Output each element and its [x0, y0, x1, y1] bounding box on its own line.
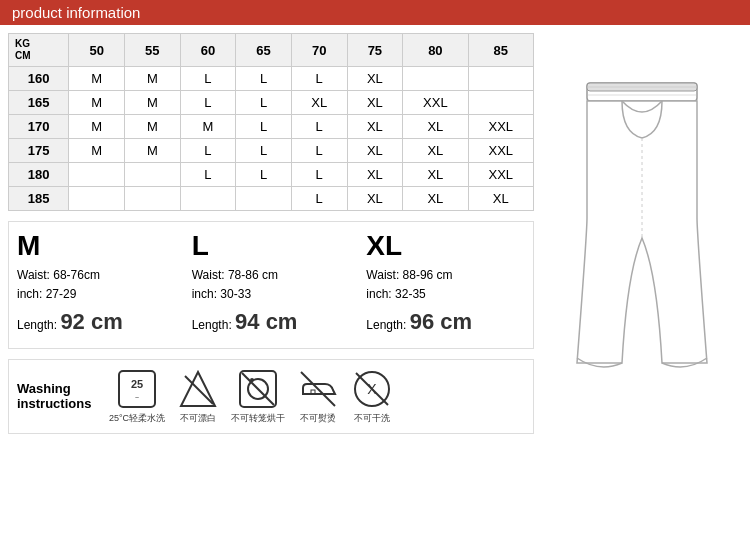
table-cell: XL	[291, 91, 347, 115]
table-header-60: 60	[180, 34, 236, 67]
size-block-xl: XL Waist: 88-96 cm inch: 32-35 Length: 9…	[366, 230, 525, 340]
table-cell: XL	[347, 163, 403, 187]
table-cell: XL	[347, 67, 403, 91]
table-cell: XL	[403, 139, 468, 163]
table-cell: XXL	[468, 139, 533, 163]
wash-icon-no-iron: 不可熨烫	[297, 368, 339, 425]
size-detail-xl: Waist: 88-96 cm inch: 32-35 Length: 96 c…	[366, 266, 525, 340]
pants-illustration	[557, 73, 727, 393]
table-cell: XL	[347, 139, 403, 163]
table-cell: M	[69, 139, 125, 163]
svg-text:25: 25	[131, 378, 143, 390]
table-cell	[180, 187, 236, 211]
table-cell: XXL	[468, 163, 533, 187]
table-cell	[468, 91, 533, 115]
table-header-85: 85	[468, 34, 533, 67]
size-block-l: L Waist: 78-86 cm inch: 30-33 Length: 94…	[192, 230, 351, 340]
size-detail-m: Waist: 68-76cm inch: 27-29 Length: 92 cm	[17, 266, 176, 340]
table-row: 180LLLXLXLXXL	[9, 163, 534, 187]
table-cell: XXL	[403, 91, 468, 115]
no-dryclean-icon: X	[351, 368, 393, 410]
l-waist-inch: 30-33	[220, 287, 251, 301]
table-cell: L	[236, 91, 292, 115]
table-cell: M	[180, 115, 236, 139]
size-info-section: M Waist: 68-76cm inch: 27-29 Length: 92 …	[8, 221, 534, 349]
table-cell	[468, 67, 533, 91]
size-label-xl: XL	[366, 230, 525, 262]
table-cell: XL	[347, 91, 403, 115]
size-detail-l: Waist: 78-86 cm inch: 30-33 Length: 94 c…	[192, 266, 351, 340]
table-cell: L	[291, 187, 347, 211]
table-row: 160MMLLLXL	[9, 67, 534, 91]
table-row: 175MMLLLXLXLXXL	[9, 139, 534, 163]
right-section	[542, 33, 742, 434]
washing-icons: 25 ~ 25°C轻柔水洗 不可漂白	[109, 368, 393, 425]
l-length: 94 cm	[235, 309, 297, 334]
table-cell: L	[236, 139, 292, 163]
row-height-185: 185	[9, 187, 69, 211]
table-header-50: 50	[69, 34, 125, 67]
m-waist-inch: 27-29	[46, 287, 77, 301]
no-dryclean-label: 不可干洗	[354, 412, 390, 425]
table-cell: L	[291, 163, 347, 187]
table-cell: L	[236, 67, 292, 91]
wash-25-label: 25°C轻柔水洗	[109, 412, 165, 425]
left-section: KGCM5055606570758085160MMLLLXL165MMLLXLX…	[8, 33, 534, 434]
page-title: product information	[12, 4, 140, 21]
table-cell: XL	[468, 187, 533, 211]
table-cell	[236, 187, 292, 211]
table-cell: L	[180, 67, 236, 91]
svg-line-13	[356, 373, 388, 405]
table-header-70: 70	[291, 34, 347, 67]
size-label-l: L	[192, 230, 351, 262]
row-height-175: 175	[9, 139, 69, 163]
wash-icon-no-bleach: 不可漂白	[177, 368, 219, 425]
washing-section: Washinginstructions 25 ~ 25°C轻柔水洗	[8, 359, 534, 434]
wash-25-icon: 25 ~	[116, 368, 158, 410]
wash-icon-25: 25 ~ 25°C轻柔水洗	[109, 368, 165, 425]
table-cell: L	[291, 139, 347, 163]
table-row: 165MMLLXLXLXXL	[9, 91, 534, 115]
table-cell: L	[291, 67, 347, 91]
size-label-m: M	[17, 230, 176, 262]
table-header-80: 80	[403, 34, 468, 67]
table-cell: M	[124, 139, 180, 163]
xl-waist-cm: 88-96 cm	[403, 268, 453, 282]
no-bleach-icon	[177, 368, 219, 410]
table-cell: XXL	[468, 115, 533, 139]
row-height-160: 160	[9, 67, 69, 91]
table-header-kgcm: KGCM	[9, 34, 69, 67]
table-row: 185LXLXLXL	[9, 187, 534, 211]
table-cell: XL	[347, 187, 403, 211]
table-header-65: 65	[236, 34, 292, 67]
no-bleach-label: 不可漂白	[180, 412, 216, 425]
svg-line-8	[242, 373, 274, 405]
header: product information	[0, 0, 750, 25]
row-height-180: 180	[9, 163, 69, 187]
no-tumble-label: 不可转笼烘干	[231, 412, 285, 425]
xl-length: 96 cm	[410, 309, 472, 334]
table-cell: XL	[403, 115, 468, 139]
table-cell: M	[124, 91, 180, 115]
table-cell: L	[180, 91, 236, 115]
table-cell: M	[69, 115, 125, 139]
table-header-75: 75	[347, 34, 403, 67]
row-height-170: 170	[9, 115, 69, 139]
wash-icon-no-dryclean: X 不可干洗	[351, 368, 393, 425]
table-cell: L	[180, 139, 236, 163]
table-cell	[69, 187, 125, 211]
wash-icon-no-tumble: 不可转笼烘干	[231, 368, 285, 425]
table-cell	[403, 67, 468, 91]
row-height-165: 165	[9, 91, 69, 115]
table-cell: L	[180, 163, 236, 187]
table-cell: XL	[403, 163, 468, 187]
size-block-m: M Waist: 68-76cm inch: 27-29 Length: 92 …	[17, 230, 176, 340]
table-cell: M	[69, 91, 125, 115]
table-cell: L	[236, 163, 292, 187]
l-waist-cm: 78-86 cm	[228, 268, 278, 282]
no-iron-icon	[297, 368, 339, 410]
table-cell: XL	[403, 187, 468, 211]
m-length: 92 cm	[60, 309, 122, 334]
m-waist-cm: 68-76cm	[53, 268, 100, 282]
xl-waist-inch: 32-35	[395, 287, 426, 301]
